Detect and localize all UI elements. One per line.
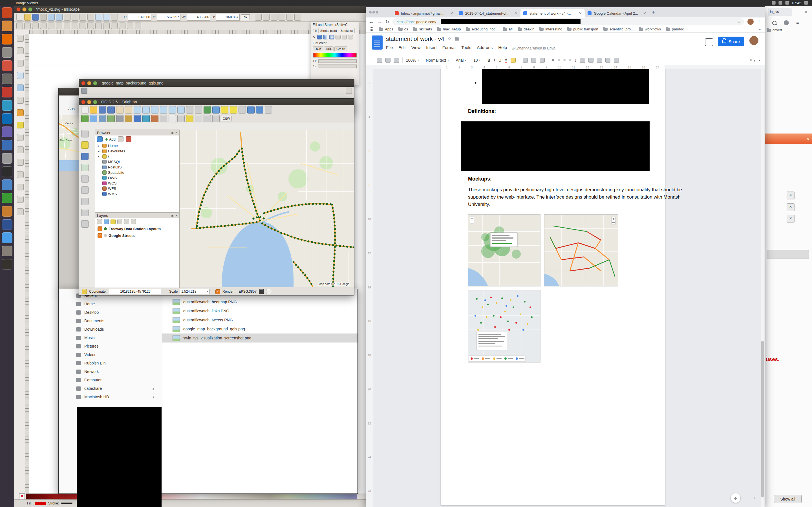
flip-horizontal-icon[interactable]: [294, 14, 301, 20]
import-icon[interactable]: [48, 14, 55, 20]
close-icon[interactable]: ✕: [804, 10, 808, 14]
add-selected-layers-button[interactable]: ✚Add: [105, 137, 116, 142]
back-icon[interactable]: ←: [369, 19, 374, 24]
save-project-icon[interactable]: [99, 106, 106, 114]
x-field[interactable]: 139.500: [128, 14, 151, 20]
indent-decrease-icon[interactable]: [597, 58, 602, 63]
close-icon[interactable]: [81, 100, 86, 104]
scrollbar-thumb[interactable]: [761, 341, 764, 497]
dropper-tool-icon[interactable]: [17, 209, 24, 215]
bezier-tool-icon[interactable]: [17, 159, 24, 166]
close-panel-icon[interactable]: ✕: [175, 214, 177, 217]
measure-line-icon[interactable]: [239, 106, 246, 114]
indent-increase-icon[interactable]: [605, 58, 610, 63]
browser-tree-item[interactable]: WFS: [95, 186, 179, 191]
browser-tab[interactable]: statement of work - v4 -... ✕: [520, 9, 585, 17]
avatar-icon[interactable]: [784, 20, 789, 25]
box3d-tool-icon[interactable]: [17, 97, 24, 104]
align-justify-icon[interactable]: ≡: [569, 58, 571, 62]
sidebar-place-item[interactable]: Music: [59, 334, 162, 342]
bookmark-item[interactable]: pandoc: [666, 27, 684, 31]
coordinate-capture-icon[interactable]: [82, 289, 87, 294]
identify-features-icon[interactable]: [212, 106, 220, 114]
gedit-icon[interactable]: [2, 153, 12, 164]
calligraphy-tool-icon[interactable]: [17, 171, 24, 178]
undock-panel-icon[interactable]: ▣: [171, 131, 173, 134]
maximize-icon[interactable]: [93, 81, 97, 86]
ubuntu-dash-icon[interactable]: [2, 7, 12, 18]
add-oracle-layer-icon[interactable]: [125, 115, 132, 122]
snap-paths-icon[interactable]: [71, 22, 78, 29]
orange-titlebar-fragment[interactable]: ✕: [765, 133, 812, 144]
add-delimited-text-icon[interactable]: [160, 115, 167, 122]
pattern-icon[interactable]: [336, 35, 341, 40]
image-gallery-icon[interactable]: [81, 88, 87, 94]
mockup-image-heatmap[interactable]: [468, 214, 541, 286]
save-project-as-icon[interactable]: [107, 106, 115, 114]
sidebar-place-item[interactable]: Pictures: [59, 342, 162, 350]
paragraph-style-select[interactable]: Normal text▾: [426, 58, 449, 62]
docs-menu-item[interactable]: Help: [498, 45, 507, 50]
snap-bbox-centers-icon[interactable]: [56, 22, 62, 29]
tab-close-icon[interactable]: ✕: [450, 11, 453, 15]
crs-status-icon[interactable]: [259, 289, 264, 294]
mockups-paragraph[interactable]: These mockups provide preliminary high-l…: [468, 186, 649, 208]
snap-bbox-corners-icon[interactable]: [40, 22, 47, 29]
bookmark-item[interactable]: mac_setup: [437, 27, 461, 31]
zoom-full-icon[interactable]: [160, 106, 167, 114]
w-field[interactable]: 485.286: [187, 14, 210, 20]
sidebar-place-item[interactable]: Macintosh HD ▴: [59, 393, 162, 401]
sidebar-place-item[interactable]: Computer: [59, 376, 162, 384]
bookmark-item[interactable]: skillsets: [413, 27, 432, 31]
document-page[interactable]: • Definitions: Mockups: These mockups pr…: [441, 69, 665, 505]
new-tab-icon[interactable]: +: [652, 10, 655, 15]
rhythmbox-icon[interactable]: [2, 100, 12, 111]
map-canvas[interactable]: Map data ©2015 Google: [180, 129, 354, 287]
python-console-icon[interactable]: [265, 106, 272, 114]
close-panel-icon[interactable]: ✕: [175, 131, 177, 134]
snap-intersections-icon[interactable]: [80, 22, 86, 29]
system-settings-icon[interactable]: [2, 47, 12, 58]
add-spatialite-layer-icon[interactable]: [107, 115, 115, 122]
epsg-code[interactable]: EPSG:3857: [239, 290, 256, 293]
spell-check-icon[interactable]: [386, 58, 391, 63]
bookmark-item[interactable]: Apps: [379, 27, 393, 31]
add-feature-icon[interactable]: [81, 164, 89, 171]
mockup-image-links[interactable]: [544, 214, 618, 286]
remove-layer-icon[interactable]: [177, 115, 185, 122]
copy-icon[interactable]: [80, 14, 86, 20]
labeling-icon[interactable]: [186, 115, 193, 122]
zoom-page-icon[interactable]: [103, 14, 110, 20]
bookmark-label[interactable]: onvert...: [772, 28, 784, 32]
qgis-icon[interactable]: [2, 193, 12, 203]
window-close-icon[interactable]: [369, 11, 371, 13]
h-field[interactable]: 368.857: [216, 14, 240, 20]
filezilla-icon[interactable]: [2, 140, 12, 151]
libreoffice-writer-icon[interactable]: [2, 113, 12, 124]
scale-lock-icon[interactable]: [255, 14, 262, 20]
browser-tree-item[interactable]: ▸ /: [95, 154, 179, 159]
cut-features-icon[interactable]: [81, 209, 89, 216]
minimize-icon[interactable]: [87, 81, 91, 86]
hexchat-icon[interactable]: [2, 206, 12, 217]
inkscape-icon[interactable]: [2, 259, 12, 270]
pencil-tool-icon[interactable]: [17, 147, 24, 153]
window-minimize-icon[interactable]: [372, 11, 375, 13]
node-tool-icon[interactable]: [81, 186, 89, 194]
tab-close-icon[interactable]: ✕: [579, 11, 582, 15]
fullscreen-icon[interactable]: [346, 88, 352, 94]
stroke-swatch[interactable]: [61, 503, 72, 504]
close-icon[interactable]: [16, 7, 20, 11]
delete-selected-icon[interactable]: [81, 198, 89, 205]
align-left-icon[interactable]: ≡: [552, 58, 554, 62]
font-size-select[interactable]: 10▾: [473, 58, 480, 62]
browser-tree-item[interactable]: PostGIS: [95, 165, 179, 170]
color-mode-tab[interactable]: RGB: [313, 47, 323, 51]
linear-gradient-icon[interactable]: [323, 35, 328, 40]
close-button[interactable]: ✕: [786, 191, 795, 200]
account-avatar[interactable]: [749, 36, 758, 45]
bookmark-item[interactable]: afl: [503, 27, 513, 31]
docs-menu-item[interactable]: View: [411, 45, 420, 50]
add-mssql-layer-icon[interactable]: [116, 115, 123, 122]
select-features-icon[interactable]: [221, 106, 229, 114]
